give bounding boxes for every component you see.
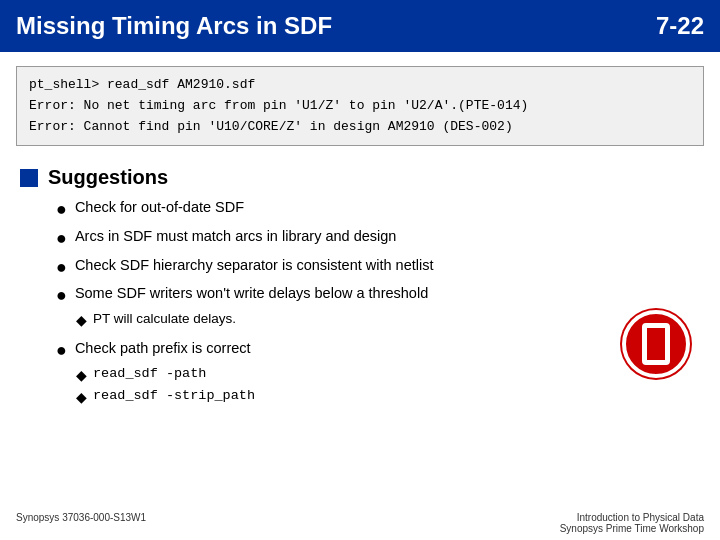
list-item-text: Some SDF writers won't write delays belo… [75,285,428,301]
suggestions-title: Suggestions [48,166,168,189]
code-line-2: Error: No net timing arc from pin 'U1/Z'… [29,96,691,117]
code-block: pt_shell> read_sdf AM2910.sdf Error: No … [16,66,704,146]
sub-bullet-icon: ◆ [76,366,87,384]
footer-right: Introduction to Physical Data Synopsys P… [560,512,704,534]
suggestions-header: Suggestions [20,166,700,189]
sub-list: ◆ read_sdf -path ◆ read_sdf -strip_path [76,366,255,406]
list-item-text: Check for out-of-date SDF [75,199,244,215]
list-item-text: Check SDF hierarchy separator is consist… [75,257,434,273]
sub-item-text: read_sdf -strip_path [93,388,255,403]
code-line-1: pt_shell> read_sdf AM2910.sdf [29,75,691,96]
list-item: ● Check path prefix is correct ◆ read_sd… [56,340,700,410]
list-item: ● Check for out-of-date SDF [56,199,700,221]
footer-right-line2: Synopsys Prime Time Workshop [560,523,704,534]
bullet-icon: ● [56,228,67,250]
section-icon [20,169,38,187]
footer-left: Synopsys 37036-000-S13W1 [16,512,146,534]
bullet-icon: ● [56,340,67,362]
list-item-text: Check path prefix is correct [75,340,251,356]
list-item: ● Some SDF writers won't write delays be… [56,285,700,333]
bullet-icon: ● [56,199,67,221]
logo-icon [642,323,670,365]
main-content: Suggestions ● Check for out-of-date SDF … [0,146,720,427]
bullet-icon: ● [56,285,67,307]
header: Missing Timing Arcs in SDF 7-22 [0,0,720,52]
sub-item-text: read_sdf -path [93,366,206,381]
sub-bullet-icon: ◆ [76,388,87,406]
sub-list-item: ◆ read_sdf -path [76,366,255,384]
bullet-icon: ● [56,257,67,279]
page-title: Missing Timing Arcs in SDF [16,12,332,40]
sub-bullet-icon: ◆ [76,311,87,329]
footer-right-line1: Introduction to Physical Data [577,512,704,523]
sub-list-item: ◆ read_sdf -strip_path [76,388,255,406]
page-number: 7-22 [656,12,704,40]
sub-item-text: PT will calculate delays. [93,311,236,326]
list-item: ● Check SDF hierarchy separator is consi… [56,257,700,279]
sub-list-item: ◆ PT will calculate delays. [76,311,428,329]
synopsys-logo [622,310,690,378]
list-item: ● Arcs in SDF must match arcs in library… [56,228,700,250]
code-line-3: Error: Cannot find pin 'U10/CORE/Z' in d… [29,117,691,138]
list-item-text: Arcs in SDF must match arcs in library a… [75,228,397,244]
sub-list: ◆ PT will calculate delays. [76,311,428,329]
suggestions-list: ● Check for out-of-date SDF ● Arcs in SD… [56,199,700,410]
footer: Synopsys 37036-000-S13W1 Introduction to… [16,512,704,534]
